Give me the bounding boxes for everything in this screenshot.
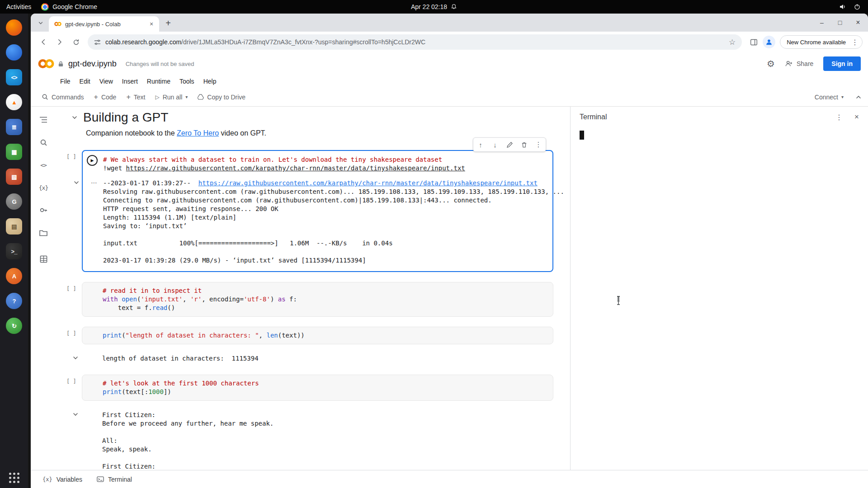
system-status-area[interactable] xyxy=(839,3,868,10)
menu-edit[interactable]: Edit xyxy=(75,76,94,86)
variables-button[interactable]: {x} Variables xyxy=(37,473,88,486)
code-token: Connecting to raw.githubusercontent.com … xyxy=(103,197,492,204)
variable-inspector-button[interactable]: {x} xyxy=(38,182,49,193)
dock-item-help[interactable]: ? xyxy=(4,291,24,311)
add-code-button[interactable]: +Code xyxy=(90,90,121,104)
dock-item-libreoffice-impress[interactable]: ▧ xyxy=(4,166,24,187)
move-cell-up-button[interactable]: ↑ xyxy=(473,138,488,151)
code-editor[interactable]: ▶# We always start with a dataset to tra… xyxy=(103,155,545,173)
new-tab-button[interactable]: + xyxy=(162,17,175,29)
code-token: # We always start with a dataset to trai… xyxy=(103,156,442,163)
forward-button[interactable] xyxy=(52,35,67,49)
output-link[interactable]: https://raw.githubusercontent.com/karpat… xyxy=(198,179,538,187)
activities-button[interactable]: Activities xyxy=(6,3,31,10)
copy-to-drive-button[interactable]: Copy to Drive xyxy=(193,91,250,103)
menu-view[interactable]: View xyxy=(95,76,117,86)
dock-item-file-manager[interactable]: ▤ xyxy=(4,216,24,237)
terminal-close-button[interactable]: × xyxy=(854,113,859,122)
app-grid-button[interactable] xyxy=(7,471,21,484)
code-editor[interactable]: # let's look at the first 1000 character… xyxy=(82,375,553,401)
side-panel-button[interactable] xyxy=(746,35,761,49)
move-cell-down-button[interactable]: ↓ xyxy=(488,138,502,151)
commands-button[interactable]: Commands xyxy=(37,91,89,103)
dock-item-vlc[interactable]: ▲ xyxy=(4,92,24,113)
code-snippets-button[interactable]: <> xyxy=(38,159,49,171)
settings-gear-icon[interactable]: ⚙ xyxy=(767,58,775,69)
collapse-output-button[interactable] xyxy=(72,411,79,418)
menu-help[interactable]: Help xyxy=(199,76,221,86)
menu-runtime[interactable]: Runtime xyxy=(143,76,175,86)
data-table-button[interactable] xyxy=(38,253,49,265)
collapse-section-icon[interactable] xyxy=(71,114,78,121)
terminal-menu-button[interactable]: ⋮ xyxy=(835,113,843,122)
connect-button[interactable]: Connect▾ xyxy=(810,91,848,103)
dock-item-terminal-app[interactable]: >_ xyxy=(4,241,24,262)
tab-search-button[interactable] xyxy=(34,17,47,29)
collapse-output-button[interactable] xyxy=(73,179,80,186)
output-line: Speak, speak. xyxy=(102,445,553,454)
back-button[interactable] xyxy=(36,35,51,49)
add-text-button[interactable]: +Text xyxy=(122,90,150,104)
browser-tab[interactable]: gpt-dev.ipynb - Colab × xyxy=(49,16,159,32)
cell-exec-indicator[interactable]: [ ] xyxy=(66,378,76,385)
menu-file[interactable]: File xyxy=(56,76,75,86)
share-button[interactable]: Share xyxy=(785,60,813,67)
bookmark-star-icon[interactable]: ☆ xyxy=(729,38,736,47)
focused-app-indicator[interactable]: Google Chrome xyxy=(41,3,97,11)
share-label: Share xyxy=(797,60,813,67)
dock-item-internet-browser[interactable] xyxy=(4,42,24,63)
collapse-output-button[interactable] xyxy=(72,355,79,361)
dock-item-libreoffice-writer[interactable]: ≣ xyxy=(4,117,24,137)
sign-in-button[interactable]: Sign in xyxy=(823,56,861,71)
terminal-body[interactable] xyxy=(571,127,868,470)
dock-item-ubuntu-software[interactable]: A xyxy=(4,266,24,286)
table-of-contents-button[interactable] xyxy=(38,114,49,126)
dock-item-software-updater[interactable]: ↻ xyxy=(4,315,24,336)
window-maximize-button[interactable]: □ xyxy=(835,18,844,27)
volume-icon xyxy=(839,3,846,10)
cell-more-button[interactable]: ⋮ xyxy=(531,138,546,151)
collapse-header-icon[interactable] xyxy=(855,94,862,100)
secrets-button[interactable] xyxy=(38,204,49,216)
code-token: Saving to: ‘input.txt’ xyxy=(103,222,187,230)
dock-item-gimp[interactable]: G xyxy=(4,191,24,212)
output-menu-button[interactable]: ⋯ xyxy=(91,179,98,186)
tab-close-button[interactable]: × xyxy=(147,20,156,28)
run-all-button[interactable]: ▷Run all▾ xyxy=(151,91,192,103)
cell-exec-indicator[interactable]: [ ] xyxy=(66,286,76,292)
code-token: print xyxy=(103,388,122,395)
files-button[interactable] xyxy=(38,227,49,239)
reload-button[interactable] xyxy=(69,35,83,49)
clock-menu[interactable]: Apr 22 02:18 xyxy=(411,3,457,10)
drive-icon xyxy=(198,94,204,100)
menu-tools[interactable]: Tools xyxy=(175,76,198,86)
file-manager-icon: ▤ xyxy=(6,218,22,235)
cell-exec-indicator[interactable]: [ ] xyxy=(66,330,76,337)
window-close-button[interactable]: × xyxy=(854,18,863,27)
window-minimize-button[interactable]: – xyxy=(817,18,826,27)
terminal-toggle-button[interactable]: Terminal xyxy=(91,473,137,486)
find-replace-button[interactable] xyxy=(38,136,49,148)
profile-avatar[interactable] xyxy=(763,36,775,48)
zero-to-hero-link[interactable]: Zero To Hero xyxy=(177,129,219,137)
toc-icon xyxy=(39,116,47,123)
menu-bar: FileEditViewInsertRuntimeToolsHelp xyxy=(31,75,868,88)
subtitle-suffix: video on GPT. xyxy=(219,129,266,137)
code-editor[interactable]: print("length of dataset in characters: … xyxy=(82,327,553,344)
dock-item-firefox[interactable] xyxy=(4,17,24,38)
delete-cell-button[interactable] xyxy=(517,138,531,151)
dock-item-vscode[interactable]: <> xyxy=(4,67,24,88)
browser-menu-icon[interactable]: ⋮ xyxy=(850,38,859,47)
run-cell-button[interactable]: ▶ xyxy=(87,155,98,166)
chrome-update-button[interactable]: New Chrome available ⋮ xyxy=(780,35,863,49)
menu-insert[interactable]: Insert xyxy=(118,76,142,86)
output-line xyxy=(102,454,553,462)
chevron-down-icon xyxy=(38,20,43,26)
side-panel-icon xyxy=(750,38,758,46)
edit-cell-button[interactable] xyxy=(502,138,517,151)
notebook-title[interactable]: gpt-dev.ipynb xyxy=(68,59,117,69)
code-editor[interactable]: # read it in to inspect itwith open('inp… xyxy=(82,282,553,317)
cell-exec-indicator[interactable]: [ ] xyxy=(66,154,76,160)
dock-item-libreoffice-calc[interactable]: ▦ xyxy=(4,141,24,162)
url-bar[interactable]: colab.research.google.com/drive/1JMLa53H… xyxy=(88,34,742,50)
